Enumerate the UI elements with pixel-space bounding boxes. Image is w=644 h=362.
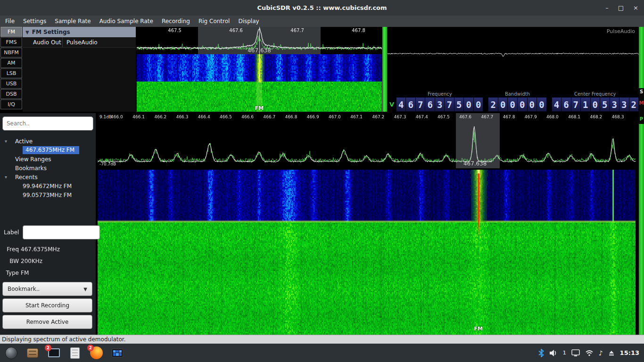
gain-bar-segment[interactable] (639, 27, 644, 88)
document-icon (70, 347, 80, 359)
audio-out-label: Audio Out (23, 39, 62, 46)
prop-value: 467.6375MHz (21, 246, 60, 253)
mod-button-am[interactable]: AM (0, 58, 22, 68)
menu-item-display[interactable]: Display (234, 16, 263, 27)
main-waterfall[interactable]: FM (98, 170, 636, 335)
menu-item-sample-rate[interactable]: Sample Rate (50, 16, 95, 27)
tree-item-99-05773mhz-fm[interactable]: 99.05773MHz FM (0, 190, 96, 199)
mod-button-usb[interactable]: USB (0, 79, 22, 89)
eject-icon[interactable] (608, 350, 615, 356)
freq-tick: 466.8 (285, 115, 297, 119)
tree-item-active[interactable]: ▾Active (0, 137, 96, 146)
label-field[interactable] (23, 225, 100, 239)
scope-column: PulseAudio Frequency Bandwidth Center Fr… (388, 27, 639, 112)
mod-button-fm[interactable]: FM (0, 27, 22, 37)
bookmark-dropdown[interactable]: Bookmark.. ▼ (2, 282, 92, 296)
tree-item-467-6375mhz-fm[interactable]: 467.6375MHz FM (0, 146, 96, 155)
mod-button-lsb[interactable]: LSB (0, 68, 22, 78)
demod-waterfall-canvas[interactable] (137, 54, 382, 112)
taskbar: 2 2 1 (0, 344, 644, 362)
minimize-button[interactable]: – (605, 4, 609, 11)
terminal-icon[interactable]: 2 (47, 346, 60, 360)
gain-m-label[interactable]: M (639, 100, 644, 106)
titlebar[interactable]: CubicSDR v0.2.5 :: www.cubicsdr.com – □ … (0, 0, 644, 16)
start-recording-button[interactable]: Start Recording (2, 298, 92, 313)
tree-item-recents[interactable]: ▾Recents (0, 173, 96, 181)
text-editor-icon[interactable] (68, 346, 82, 360)
freq-tick: 467.9 (525, 115, 537, 119)
scope-canvas[interactable] (388, 27, 639, 90)
digit-cell: 0 (537, 98, 546, 111)
file-manager-icon[interactable] (26, 346, 39, 360)
fm-settings-title: FM Settings (32, 29, 70, 35)
freq-tick: 466.4 (198, 115, 210, 119)
tree-expander-icon[interactable]: ▾ (5, 174, 15, 180)
tree-item-bookmarks[interactable]: Bookmarks (0, 164, 96, 173)
bookmark-dropdown-label: Bookmark.. (8, 286, 40, 292)
chevron-down-icon: ▼ (83, 287, 87, 292)
remove-active-button[interactable]: Remove Active (2, 315, 92, 329)
demod-waterfall[interactable]: FM (137, 54, 382, 112)
bluetooth-icon[interactable] (538, 349, 544, 357)
demod-freq-tick: 467.7 (290, 28, 304, 33)
gain-bar-segment[interactable] (639, 124, 644, 335)
digit-cell: 6 (425, 98, 434, 111)
db-bottom-label: -70.7dB (99, 162, 116, 166)
freq-tick: 466.2 (154, 115, 166, 119)
demod-waterfall-mode-label: FM (255, 105, 264, 111)
app-grid-icon[interactable] (111, 346, 124, 360)
music-icon[interactable]: ♪ (599, 349, 603, 357)
maximize-button[interactable]: □ (618, 4, 624, 11)
main-waterfall-canvas[interactable] (98, 170, 636, 335)
mod-button-i-q[interactable]: I/Q (0, 99, 22, 109)
digit-cell: 0 (508, 98, 517, 111)
fm-settings-panel: ▼ FM Settings Audio Out PulseAudio (23, 27, 137, 112)
menu-item-rig-control[interactable]: Rig Control (194, 16, 234, 27)
audio-out-row[interactable]: Audio Out PulseAudio (23, 37, 136, 48)
tree-item-99-94672mhz-fm[interactable]: 99.94672MHz FM (0, 181, 96, 190)
volume-icon[interactable] (549, 349, 558, 357)
freq-tick: 467.5 (438, 115, 450, 119)
bandwidth-display[interactable]: 200000 (488, 97, 546, 112)
frequency-digits-row: V 467637500 200000 467105332 (388, 97, 639, 112)
menu-item-file[interactable]: File (1, 16, 19, 27)
search-input[interactable] (2, 116, 93, 131)
menu-item-settings[interactable]: Settings (19, 16, 50, 27)
collapse-arrow-icon: ▼ (25, 30, 29, 35)
fm-settings-header[interactable]: ▼ FM Settings (23, 27, 136, 37)
frequency-display[interactable]: 467637500 (396, 97, 483, 112)
freq-tick: 468.3 (612, 115, 624, 119)
tree-expander-icon[interactable]: ▾ (5, 139, 15, 144)
scope-view[interactable]: PulseAudio (388, 27, 639, 90)
digit-cell: 6 (561, 98, 570, 111)
start-menu-icon[interactable] (5, 346, 18, 360)
audio-out-value[interactable]: PulseAudio (66, 39, 98, 46)
main-spectrum[interactable]: 9.1dB 466.0466.1466.2466.3466.4466.5466.… (98, 113, 636, 168)
center-frequency-display[interactable]: 467105332 (552, 97, 639, 112)
gain-slider-strip[interactable]: SMP (639, 27, 644, 335)
menu-item-audio-sample-rate[interactable]: Audio Sample Rate (95, 16, 157, 27)
clock[interactable]: 15:13 (620, 349, 639, 356)
digit-cell: 3 (435, 98, 444, 111)
prop-value: FM (21, 270, 29, 276)
main-spectrum-canvas[interactable] (98, 121, 636, 168)
tree-item-view-ranges[interactable]: View Ranges (0, 155, 96, 164)
menu-item-recording[interactable]: Recording (157, 16, 194, 27)
digit-cell: 4 (552, 98, 561, 111)
browser-badge: 2 (87, 345, 94, 351)
close-button[interactable]: × (633, 4, 638, 11)
wifi-icon[interactable] (585, 350, 594, 356)
mod-button-dsb[interactable]: DSB (0, 89, 22, 99)
display-icon[interactable] (571, 349, 580, 357)
tree-item-label: Bookmarks (15, 165, 47, 172)
prop-label: Type (0, 270, 19, 276)
mod-button-nbfm[interactable]: NBFM (0, 48, 22, 58)
gain-p-label[interactable]: P (639, 116, 644, 122)
mod-button-fms[interactable]: FMS (0, 37, 22, 47)
gain-s-label[interactable]: S (639, 89, 644, 94)
demod-spectrum[interactable]: 467.5467.6467.7467.8 467.638 (137, 27, 382, 54)
prop-value: 200KHz (21, 258, 42, 264)
demod-gain-meter[interactable] (382, 27, 387, 112)
frequency-label: Frequency (396, 91, 484, 97)
firefox-icon[interactable]: 2 (90, 346, 103, 360)
